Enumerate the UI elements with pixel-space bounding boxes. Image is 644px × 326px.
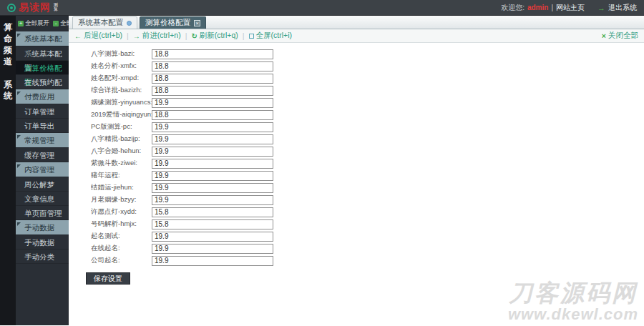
form-row: 综合详批-bazizh: [69,84,644,97]
welcome-text: 欢迎您: [501,3,525,13]
username[interactable]: admin [527,4,548,11]
sidebar-item[interactable]: 周公解梦 [16,177,69,192]
forward-button[interactable]: → 前进(ctrl+n) [133,31,181,41]
price-input[interactable] [152,195,273,205]
field-label: 八字精批-bazijp: [91,134,152,144]
back-arrow-icon: ← [74,32,82,40]
sidebar-group-header[interactable]: 内容管理 [16,162,69,177]
sidebar-item[interactable]: 订单管理 [16,104,69,119]
field-label: 姻缘测算-yinyuancs: [91,98,152,107]
form-row: PC版测算-pc: [69,121,644,133]
sidebar-item[interactable]: 订单导出 [16,119,69,133]
close-all-x-icon: × [602,31,606,40]
tab-label: 测算价格配置 [145,18,190,28]
logo: 易读网 测 算 [7,1,58,14]
field-label: 公司起名: [91,256,152,265]
price-input[interactable] [152,219,273,229]
sidebar-group-header[interactable]: 常规管理 [16,133,69,148]
price-input[interactable] [152,256,273,266]
refresh-icon: ↻ [191,32,197,40]
sidebar-actions: + 全部展开 - 全部收起 [16,16,69,31]
field-label: 八字合婚-hehun: [91,147,152,156]
watermark: 刀客源码网 www.dkewl.com [508,281,638,322]
sidebar-item[interactable]: 单页面管理 [16,206,69,220]
back-label: 后退(ctrl+b) [84,31,122,41]
toolbar-separator: | [243,31,245,40]
toolbar-separator: | [185,31,187,40]
plus-icon: + [18,21,24,26]
price-input[interactable] [152,98,273,108]
price-form: 八字测算-bazi:姓名分析-xmfx:姓名配对-xmpd:综合详批-baziz… [69,48,644,267]
form-row: 猪年运程: [69,169,644,182]
sidebar-menu: 系统基本配置系统基本配置测算价格配置在线预约配置付费应用订单管理订单导出常规管理… [16,31,69,264]
sidebar-item[interactable]: 手动数据 [16,235,69,250]
price-input[interactable] [152,147,273,157]
price-input[interactable] [152,207,273,217]
fullscreen-button[interactable]: 全屏(ctrl+i) [249,31,292,41]
sidebar-group-header[interactable]: 系统基本配置 [16,31,69,46]
logo-text: 易读网 [19,1,51,14]
topbar-divider: | [551,4,553,11]
refresh-button[interactable]: ↻ 刷新(ctrl+q) [191,31,238,41]
home-link[interactable]: 网站主页 [556,3,585,13]
field-label: 紫微斗数-ziwei: [91,159,152,168]
close-all-label: 关闭全部 [608,31,638,41]
form-row: 号码解析-hmjx: [69,218,644,230]
sidebar-item[interactable]: 文章信息 [16,192,69,206]
field-label: PC版测算-pc: [91,122,152,132]
toolbar: ← 后退(ctrl+b) | → 前进(ctrl+n) | ↻ 刷新(ctrl+… [69,29,644,43]
toolbar-separator: | [127,31,129,40]
field-label: 八字测算-bazi: [91,49,152,59]
expand-all-button[interactable]: + 全部展开 [18,19,49,28]
price-input[interactable] [152,74,273,84]
price-input[interactable] [152,110,273,120]
form-row: 八字合婚-hehun: [69,145,644,157]
price-input[interactable] [152,159,273,169]
price-input[interactable] [152,49,273,59]
price-input[interactable] [152,171,273,181]
tab[interactable]: 测算价格配置× [140,16,206,29]
price-input[interactable] [152,61,273,71]
form-row: 许愿点灯-xydd: [69,206,644,218]
sidebar-item[interactable]: 缓存管理 [16,148,69,162]
field-label: 月老姻缘-bzyy: [91,195,152,204]
fullscreen-icon [249,34,254,39]
back-button[interactable]: ← 后退(ctrl+b) [74,31,122,41]
sidebar-item[interactable]: 测算价格配置 [16,61,69,75]
forward-arrow-icon: → [133,32,140,40]
sidebar-group-header[interactable]: 手动数据 [16,220,69,235]
main-panel: 系统基本配置测算价格配置× ← 后退(ctrl+b) | → 前进(ctrl+n… [69,16,644,325]
form-row: 起名测试: [69,230,644,242]
logo-badge: 测 算 [54,3,58,11]
form-row: 2019爱情-aiqingyun: [69,109,644,121]
form-row: 月老姻缘-bzyy: [69,194,644,206]
channel-vertical-title: 算 命 频 道 系 统 [0,16,16,325]
sidebar-group-header[interactable]: 付费应用 [16,89,69,104]
close-all-button[interactable]: × 关闭全部 [602,31,638,41]
logo-ring-icon [7,4,16,12]
price-input[interactable] [152,122,273,132]
sidebar-item[interactable]: 手动分类 [16,250,69,264]
tab[interactable]: 系统基本配置 [72,16,137,29]
price-input[interactable] [152,183,273,193]
field-label: 姓名分析-xmfx: [91,61,152,71]
watermark-title: 刀客源码网 [508,281,638,305]
refresh-label: 刷新(ctrl+q) [200,31,238,41]
topbar-user-area: 欢迎您: admin | 网站主页 → 退出系统 [501,3,637,13]
minus-icon: - [53,21,59,26]
form-row: 结婚运-jiehun: [69,182,644,194]
close-icon[interactable]: × [194,20,200,26]
price-input[interactable] [152,134,273,144]
logout-link[interactable]: 退出系统 [608,3,637,13]
form-row: 姓名配对-xmpd: [69,72,644,84]
price-input[interactable] [152,244,273,254]
price-input[interactable] [152,232,273,242]
field-label: 号码解析-hmjx: [91,219,152,229]
save-button[interactable]: 保存设置 [86,272,130,285]
sidebar-item[interactable]: 在线预约配置 [16,75,69,89]
watermark-url: www.dkewl.com [508,307,638,322]
field-label: 结婚运-jiehun: [91,183,152,192]
field-label: 许愿点灯-xydd: [91,207,152,217]
field-label: 猪年运程: [91,171,152,180]
price-input[interactable] [152,86,273,96]
